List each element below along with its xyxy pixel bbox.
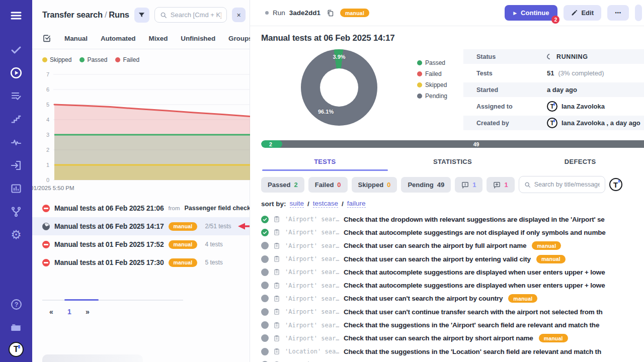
run-title[interactable]: Manual tests at 01 Feb 2025 17:30 xyxy=(54,258,164,266)
steps-icon[interactable] xyxy=(8,111,25,128)
test-title[interactable]: Check that the suggestions in the 'Locat… xyxy=(344,348,601,355)
tab-tests[interactable]: TESTS xyxy=(261,153,389,171)
testcase-icon xyxy=(273,228,280,236)
analytics-icon[interactable] xyxy=(8,180,25,197)
test-suite[interactable]: 'Airport' sear… xyxy=(285,308,339,315)
tab-manual[interactable]: Manual xyxy=(64,35,88,42)
test-title[interactable]: Check that user can't continue transfer … xyxy=(344,308,603,316)
filter-pending-chip[interactable]: Pending49 xyxy=(401,177,451,193)
test-row[interactable]: 'Airport' sear… Check that user can't co… xyxy=(261,305,644,318)
test-row[interactable]: 'Airport' sear… Check that autocomplete … xyxy=(261,265,644,279)
test-suite[interactable]: 'Airport' sear… xyxy=(285,268,339,276)
pulse-icon[interactable] xyxy=(8,134,25,151)
select-runs-icon[interactable] xyxy=(42,34,51,43)
test-title[interactable]: Check that the dropdown with relevant su… xyxy=(344,216,605,223)
legend-label: Passed xyxy=(425,59,445,66)
tab-automated[interactable]: Automated xyxy=(101,35,136,42)
more-button[interactable]: ⋯ xyxy=(607,5,629,21)
help-icon[interactable]: ? xyxy=(8,296,25,313)
test-manual-badge: manual xyxy=(532,241,561,250)
pagination: « 1 » xyxy=(42,300,183,316)
tasks-check-icon[interactable] xyxy=(8,41,25,58)
run-overview: 3.9% 96.1% Passed Failed Skipped Pending… xyxy=(261,49,644,132)
run-from-group[interactable]: Passenger field check xyxy=(185,205,250,212)
sort-by-failure-link[interactable]: failure xyxy=(347,200,366,208)
test-row[interactable]: 'Airport' sear… Check that user can sear… xyxy=(261,252,644,265)
test-suite[interactable]: 'Airport' sear… xyxy=(285,216,339,223)
test-suite[interactable]: 'Airport' sear… xyxy=(285,295,339,302)
test-row[interactable]: 'Location' sea… Check that autocomplete … xyxy=(261,358,644,362)
test-suite[interactable]: 'Airport' sear… xyxy=(285,229,339,236)
edit-button[interactable]: Edit xyxy=(564,5,601,21)
run-title[interactable]: Manual tests at 01 Feb 2025 17:52 xyxy=(54,240,164,248)
test-suite[interactable]: 'Airport' sear… xyxy=(285,242,339,249)
assignee-avatar: T xyxy=(547,101,557,112)
test-row[interactable]: 'Location' sea… Check that the suggestio… xyxy=(261,345,644,358)
branches-icon[interactable] xyxy=(8,203,25,220)
clipped-edge-button[interactable] xyxy=(635,5,642,21)
runs-play-icon[interactable] xyxy=(8,64,25,81)
user-avatar[interactable]: T xyxy=(609,178,622,191)
test-title[interactable]: Check that autocomplete suggestings are … xyxy=(344,229,606,236)
test-suite[interactable]: 'Location' sea… xyxy=(285,348,339,355)
runs-search-input[interactable] xyxy=(171,11,221,19)
import-icon[interactable] xyxy=(8,157,25,174)
sort-by-testcase-link[interactable]: testcase xyxy=(313,200,338,208)
test-title[interactable]: Check that user can't search the airport… xyxy=(344,295,503,302)
run-row-selected[interactable]: Manual tests at 06 Feb 2025 14:17 manual… xyxy=(32,217,250,235)
run-title[interactable]: Manual tests at 06 Feb 2025 14:17 xyxy=(54,222,164,230)
breadcrumb-project[interactable]: Transfer search xyxy=(42,10,103,19)
tab-mixed[interactable]: Mixed xyxy=(149,35,168,42)
pagination-next-button[interactable]: » xyxy=(78,308,97,316)
test-suite[interactable]: 'Airport' sear… xyxy=(285,322,339,329)
run-row[interactable]: Manual tests at 06 Feb 2025 21:06 from P… xyxy=(32,199,250,217)
filter-skipped-chip[interactable]: Skipped0 xyxy=(352,177,397,193)
test-row[interactable]: 'Airport' sear… Check that user can sear… xyxy=(261,332,644,345)
test-suite[interactable]: 'Airport' sear… xyxy=(285,335,339,342)
run-row[interactable]: Manual tests at 01 Feb 2025 17:52 manual… xyxy=(32,235,250,253)
test-title[interactable]: Check that autocomplete suggestions are … xyxy=(344,282,605,289)
add-comment-chip[interactable]: 1 xyxy=(487,177,514,193)
sort-controls: sort by: suite / testcase / failure xyxy=(261,200,644,208)
pagination-page-1[interactable]: 1 xyxy=(60,308,78,316)
test-title[interactable]: Check that autocomplete suggestions are … xyxy=(344,268,605,276)
copy-icon[interactable] xyxy=(327,9,334,17)
checklist-icon[interactable] xyxy=(8,87,25,105)
tests-search-input[interactable] xyxy=(534,181,600,188)
sort-by-suite-link[interactable]: suite xyxy=(290,200,304,208)
comments-chip[interactable]: 1 xyxy=(455,177,482,193)
test-title[interactable]: Check that user can search the airport b… xyxy=(344,242,526,249)
breadcrumb-separator: / xyxy=(103,10,109,19)
test-title[interactable]: Check that the suggestions in the 'Airpo… xyxy=(344,321,599,329)
projects-folder-icon[interactable] xyxy=(8,319,25,336)
run-detail-tabs: TESTS STATISTICS DEFECTS xyxy=(261,153,644,171)
tab-unfinished[interactable]: Unfinished xyxy=(181,35,215,42)
tab-defects[interactable]: DEFECTS xyxy=(516,153,644,171)
filter-passed-chip[interactable]: Passed2 xyxy=(261,177,304,193)
continue-button[interactable]: ▶ Continue 2 xyxy=(505,5,557,21)
settings-gear-icon[interactable]: ⚙ xyxy=(8,226,25,243)
menu-icon[interactable] xyxy=(8,7,25,24)
test-row[interactable]: 'Airport' sear… Check that user can sear… xyxy=(261,239,644,252)
run-row[interactable]: Manual tests at 01 Feb 2025 17:30 manual… xyxy=(32,253,250,272)
pagination-prev-button[interactable]: « xyxy=(42,308,60,316)
filter-button[interactable] xyxy=(134,8,149,23)
test-title[interactable]: Check that user can search the airport b… xyxy=(344,255,531,263)
runs-list: Manual tests at 06 Feb 2025 21:06 from P… xyxy=(32,199,250,272)
tab-statistics[interactable]: STATISTICS xyxy=(389,153,517,171)
test-row[interactable]: 'Airport' sear… Check that autocomplete … xyxy=(261,279,644,292)
run-failed-icon xyxy=(42,259,50,266)
test-row[interactable]: 'Airport' sear… Check that user can't se… xyxy=(261,292,644,305)
test-row[interactable]: 'Airport' sear… Check that the suggestio… xyxy=(261,318,644,331)
test-row[interactable]: 'Airport' sear… Check that autocomplete … xyxy=(261,226,644,239)
test-row[interactable]: 'Airport' sear… Check that the dropdown … xyxy=(261,213,644,226)
profile-avatar[interactable]: T xyxy=(9,342,24,357)
tab-groups[interactable]: Groups xyxy=(228,35,252,42)
test-title[interactable]: Check that user can search the airport b… xyxy=(344,334,533,342)
close-search-button[interactable]: × xyxy=(232,8,246,22)
test-suite[interactable]: 'Airport' sear… xyxy=(285,282,339,289)
run-title[interactable]: Manual tests at 06 Feb 2025 21:06 xyxy=(54,204,164,212)
filter-failed-chip[interactable]: Failed0 xyxy=(308,177,348,193)
breadcrumb-page[interactable]: Runs xyxy=(109,10,129,19)
test-suite[interactable]: 'Airport' sear… xyxy=(285,255,339,262)
